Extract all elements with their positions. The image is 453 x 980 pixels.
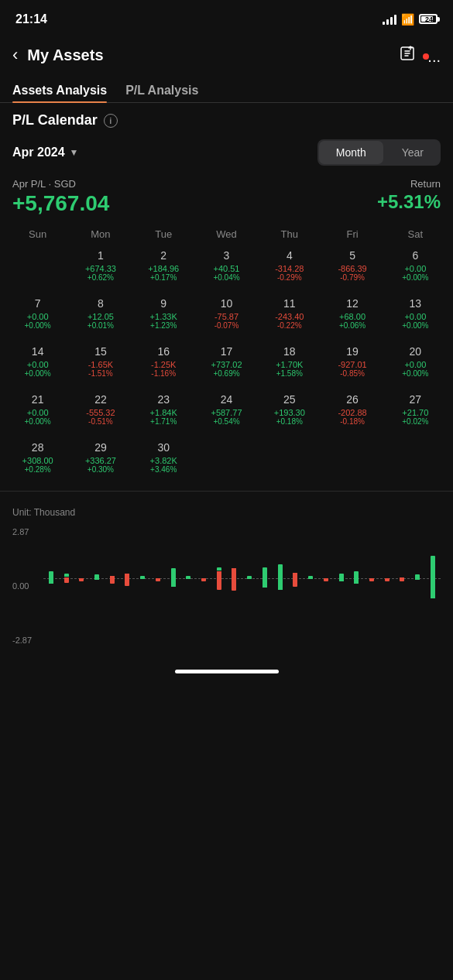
day-tue: Tue xyxy=(132,225,195,243)
cal-cell[interactable]: 14+0.00+0.00% xyxy=(6,341,69,389)
pl-summary: Apr P/L · SGD +5,767.04 Return +5.31% xyxy=(0,173,453,225)
wifi-icon: 📶 xyxy=(401,13,414,26)
cal-cell xyxy=(6,245,69,293)
cal-cell[interactable]: 22-555.32-0.51% xyxy=(69,389,132,437)
status-time: 21:14 xyxy=(15,12,47,26)
cal-cell[interactable]: 19-927.01-0.85% xyxy=(321,341,383,389)
return-label: Return xyxy=(377,178,441,190)
header-right: ··· xyxy=(400,46,441,65)
date-picker[interactable]: Apr 2024 ▼ xyxy=(12,146,78,159)
cal-cell[interactable]: 10-75.87-0.07% xyxy=(195,293,258,341)
export-icon[interactable] xyxy=(400,46,415,65)
cal-cell[interactable]: 18+1.70K+1.58% xyxy=(258,341,321,389)
cal-cell[interactable]: 21+0.00+0.00% xyxy=(6,389,69,437)
cal-cell[interactable]: 5-866.39-0.79% xyxy=(321,245,383,293)
page-title: My Assets xyxy=(27,46,103,64)
chart-bar xyxy=(110,524,115,632)
pl-right: Return +5.31% xyxy=(377,178,441,213)
chart-bar xyxy=(140,524,145,632)
calendar-grid: 1+674.33+0.62%2+184.96+0.17%3+40.51+0.04… xyxy=(6,245,447,485)
day-thu: Thu xyxy=(258,225,321,243)
chart-bar xyxy=(186,524,190,632)
chart-container: 2.87 0.00 -2.87 xyxy=(12,524,441,648)
cal-cell[interactable]: 3+40.51+0.04% xyxy=(195,245,258,293)
cal-cell[interactable]: 30+3.82K+3.46% xyxy=(132,437,195,485)
more-button-wrapper: ··· xyxy=(427,51,441,60)
pl-label: Apr P/L · SGD xyxy=(12,178,109,190)
day-fri: Fri xyxy=(321,225,383,243)
pl-left: Apr P/L · SGD +5,767.04 xyxy=(12,178,109,216)
more-button[interactable]: ··· xyxy=(427,51,441,68)
pl-value: +5,767.04 xyxy=(12,191,109,216)
cal-cell xyxy=(195,437,258,485)
year-toggle[interactable]: Year xyxy=(385,139,441,166)
cal-cell[interactable]: 7+0.00+0.00% xyxy=(6,293,69,341)
cal-cell[interactable]: 23+1.84K+1.71% xyxy=(132,389,195,437)
cal-cell[interactable]: 17+737.02+0.69% xyxy=(195,341,258,389)
info-icon[interactable]: i xyxy=(104,114,118,128)
calendar: Sun Mon Tue Wed Thu Fri Sat 1+674.33+0.6… xyxy=(0,225,453,485)
chart-area xyxy=(43,524,441,632)
cal-cell[interactable]: 4-314.28-0.29% xyxy=(258,245,321,293)
chart-bar xyxy=(400,524,404,632)
cal-cell[interactable]: 16-1.25K-1.16% xyxy=(132,341,195,389)
cal-cell[interactable]: 26-202.88-0.18% xyxy=(321,389,383,437)
status-icons: 📶 24 xyxy=(383,13,438,26)
chart-y-labels: 2.87 0.00 -2.87 xyxy=(12,524,40,648)
chart-bar xyxy=(385,524,390,632)
cal-cell xyxy=(384,437,447,485)
cal-cell[interactable]: 29+336.27+0.30% xyxy=(69,437,132,485)
cal-cell[interactable]: 13+0.00+0.00% xyxy=(384,293,447,341)
chart-bar xyxy=(369,524,374,632)
chart-bar xyxy=(247,524,252,632)
home-indicator xyxy=(175,670,279,673)
cal-cell[interactable]: 1+674.33+0.62% xyxy=(69,245,132,293)
chart-bar xyxy=(415,524,420,632)
chart-bar xyxy=(278,524,283,632)
bars-container xyxy=(43,524,441,632)
chart-bar xyxy=(354,524,359,632)
cal-cell[interactable]: 9+1.33K+1.23% xyxy=(132,293,195,341)
cal-cell[interactable]: 12+68.00+0.06% xyxy=(321,293,383,341)
return-value: +5.31% xyxy=(377,191,441,213)
cal-cell[interactable]: 25+193.30+0.18% xyxy=(258,389,321,437)
cal-cell[interactable]: 24+587.77+0.54% xyxy=(195,389,258,437)
month-toggle[interactable]: Month xyxy=(319,141,383,164)
cal-cell[interactable]: 28+308.00+0.28% xyxy=(6,437,69,485)
day-mon: Mon xyxy=(69,225,132,243)
cal-cell[interactable]: 11-243.40-0.22% xyxy=(258,293,321,341)
tab-pl-analysis[interactable]: P/L Analysis xyxy=(125,79,198,102)
cal-cell[interactable]: 20+0.00+0.00% xyxy=(384,341,447,389)
chart-bar xyxy=(201,524,206,632)
chart-bar xyxy=(324,524,328,632)
divider xyxy=(0,491,453,492)
controls-row: Apr 2024 ▼ Month Year xyxy=(0,135,453,173)
chart-bar xyxy=(339,524,344,632)
day-wed: Wed xyxy=(195,225,258,243)
signal-icon xyxy=(383,14,396,25)
back-button[interactable]: ‹ xyxy=(12,45,18,65)
tab-bar: Assets Analysis P/L Analysis xyxy=(0,76,453,103)
chevron-down-icon: ▼ xyxy=(70,147,79,158)
cal-cell[interactable]: 2+184.96+0.17% xyxy=(132,245,195,293)
status-bar: 21:14 📶 24 xyxy=(0,0,453,34)
tab-assets-analysis[interactable]: Assets Analysis xyxy=(12,79,107,102)
cal-cell[interactable]: 6+0.00+0.00% xyxy=(384,245,447,293)
day-sun: Sun xyxy=(6,225,69,243)
header-left: ‹ My Assets xyxy=(12,45,104,65)
chart-bar xyxy=(263,524,267,632)
chart-bar xyxy=(308,524,313,632)
chart-bar xyxy=(49,524,53,632)
cal-cell[interactable]: 15-1.65K-1.51% xyxy=(69,341,132,389)
cal-cell xyxy=(321,437,383,485)
chart-bar xyxy=(217,524,221,632)
chart-bar xyxy=(293,524,297,632)
section-title: P/L Calendar i xyxy=(0,103,453,135)
chart-bar xyxy=(94,524,99,632)
cal-cell[interactable]: 27+21.70+0.02% xyxy=(384,389,447,437)
cal-cell[interactable]: 8+12.05+0.01% xyxy=(69,293,132,341)
chart-bar xyxy=(79,524,84,632)
calendar-header: Sun Mon Tue Wed Thu Fri Sat xyxy=(6,225,447,243)
header: ‹ My Assets ··· xyxy=(0,34,453,76)
cal-cell xyxy=(258,437,321,485)
